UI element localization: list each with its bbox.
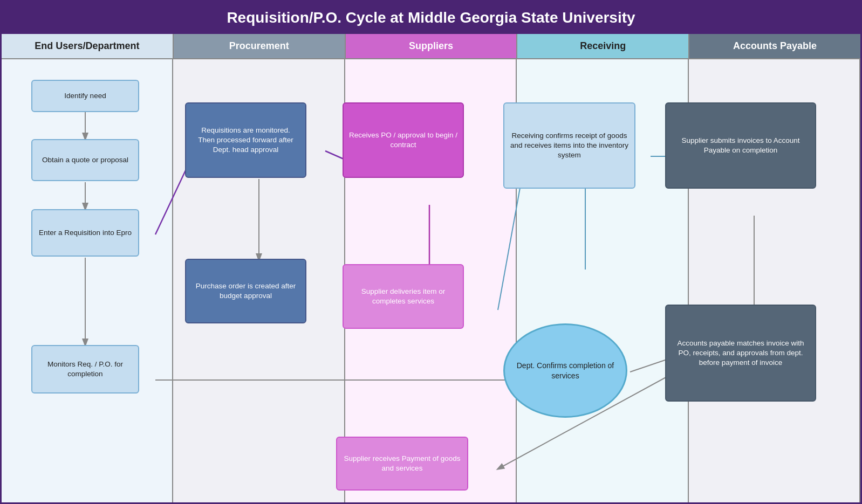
box-requisitions-monitored: Requisitions are monitored. Then process… [185,102,306,178]
box-obtain-quote: Obtain a quote or proposal [31,139,139,181]
title-bar: Requisition/P.O. Cycle at Middle Georgia… [2,2,860,34]
header-procurement: Procurement [174,34,346,58]
header-suppliers: Suppliers [346,34,518,58]
title-text: Requisition/P.O. Cycle at Middle Georgia… [227,9,635,26]
diagram-wrapper: Requisition/P.O. Cycle at Middle Georgia… [0,0,862,504]
box-identify-need: Identify need [31,80,139,112]
box-receiving-confirms: Receiving confirms receipt of goods and … [503,102,635,189]
box-supplier-submits: Supplier submits invoices to Account Pay… [665,102,816,189]
lane-end-users [2,59,173,502]
header-end-users: End Users/Department [2,34,174,58]
box-supplier-deliveries: Supplier deliveries item or completes se… [343,264,464,329]
header-accounts: Accounts Payable [689,34,860,58]
box-purchase-order: Purchase order is created after budget a… [185,259,306,323]
box-supplier-payment: Supplier receives Payment of goods and s… [336,437,468,491]
circle-dept-confirms: Dept. Confirms completion of services [503,323,627,418]
swimlane-headers: End Users/Department Procurement Supplie… [2,34,860,59]
swimlane-body: Identify need Obtain a quote or proposal… [2,59,860,502]
swimlane-container: End Users/Department Procurement Supplie… [2,34,860,502]
box-accounts-matches: Accounts payable matches invoice with PO… [665,305,816,402]
box-receives-po: Receives PO / approval to begin / contra… [343,102,464,178]
box-monitors-req: Monitors Req. / P.O. for completion [31,345,139,393]
box-enter-requisition: Enter a Requisition into Epro [31,209,139,257]
header-receiving: Receiving [517,34,689,58]
